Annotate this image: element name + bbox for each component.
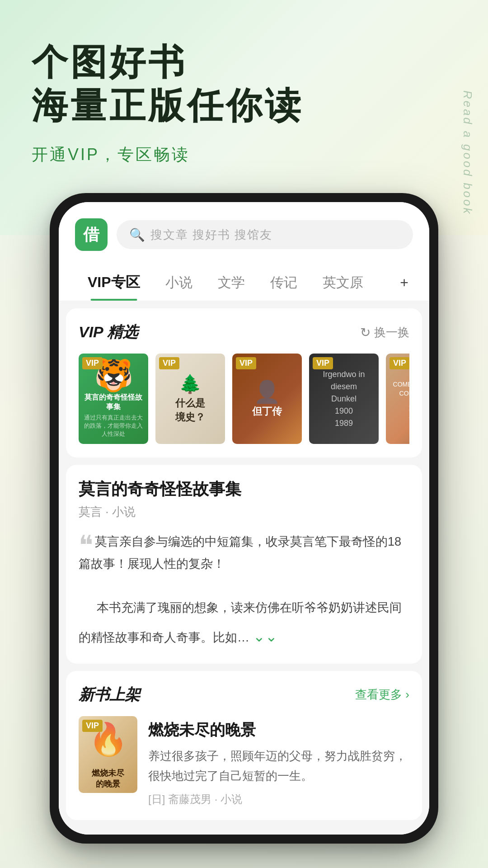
book-cover-5[interactable]: VIP COME VIAGGIARE CON UN SALE 如何带着三文旅行	[386, 354, 409, 444]
refresh-button[interactable]: ↻ 换一换	[360, 325, 409, 340]
refresh-icon: ↻	[360, 325, 371, 340]
new-books-section: 新书上架 查看更多 › VIP 🔥 燃烧未尽的晚景 燃烧未尽的晚景 养过很多孩子…	[66, 671, 422, 820]
vip-section-header: VIP 精选 ↻ 换一换	[79, 322, 409, 343]
app-logo[interactable]: 借	[75, 218, 108, 251]
vip-badge-3: VIP	[236, 357, 256, 369]
view-more-link[interactable]: 查看更多 ›	[355, 687, 409, 703]
book-cover-3[interactable]: VIP 👤 但丁传	[232, 354, 302, 444]
featured-book-author: 莫言 · 小说	[79, 504, 409, 520]
featured-book-section: 莫言的奇奇怪怪故事集 莫言 · 小说 ❝莫言亲自参与编选的中短篇集，收录莫言笔下…	[66, 465, 422, 664]
book-cover-4[interactable]: VIP Irgendwo in diesem Dunkel19001989	[309, 354, 379, 444]
vip-badge-2: VIP	[159, 357, 179, 369]
new-book-item-1[interactable]: VIP 🔥 燃烧未尽的晚景 燃烧未尽的晚景 养过很多孩子，照顾年迈的父母，努力战…	[79, 716, 409, 807]
search-icon: 🔍	[129, 227, 145, 242]
book4-title: Irgendwo in diesem Dunkel19001989	[314, 364, 374, 434]
book5-title-cn: 如何带着三文旅行	[409, 404, 409, 420]
new-books-title: 新书上架	[79, 684, 140, 705]
tab-novel[interactable]: 小说	[153, 265, 205, 300]
app-content: VIP 精选 ↻ 换一换 VIP 🐯 莫言的奇奇怪怪故事集	[59, 301, 429, 835]
hero-title: 个图好书 海量正版任你读	[32, 41, 456, 127]
refresh-label: 换一换	[374, 325, 409, 340]
new-book-info-1: 燃烧未尽的晚景 养过很多孩子，照顾年迈的父母，努力战胜贫穷，很快地过完了自己短暂…	[148, 716, 409, 807]
featured-book-desc2: 本书充满了瑰丽的想象，读来仿佛在听爷爷奶奶讲述民间的精怪故事和奇人奇事。比如…	[79, 601, 402, 645]
book3-portrait: 👤	[253, 379, 281, 405]
phone-mockup: 借 🔍 搜文章 搜好书 搜馆友 VIP专区 小说 文学 传记 英文原 +	[50, 193, 438, 844]
tab-biography[interactable]: 传记	[258, 265, 310, 300]
vip-badge-1: VIP	[82, 357, 103, 369]
new-book-title-on-cover: 燃烧未尽的晚景	[92, 768, 124, 789]
search-bar[interactable]: 🔍 搜文章 搜好书 搜馆友	[117, 220, 413, 249]
vip-section-title: VIP 精选	[79, 322, 138, 343]
new-books-header: 新书上架 查看更多 ›	[79, 684, 409, 705]
tab-literature[interactable]: 文学	[205, 265, 258, 300]
book2-tree-emoji: 🌲	[179, 373, 202, 395]
book5-title-en: COME VIAGGIARE CON UN SALE	[389, 377, 409, 401]
book-cover-2[interactable]: VIP 🌲 什么是境史？	[155, 354, 225, 444]
book3-title: 但丁传	[252, 405, 282, 418]
hero-subtitle: 开通VIP，专区畅读	[32, 144, 456, 166]
new-book-title-1: 燃烧未尽的晚景	[148, 720, 409, 741]
featured-book-desc: ❝莫言亲自参与编选的中短篇集，收录莫言笔下最奇怪的18篇故事！展现人性的复杂！ …	[79, 531, 409, 650]
book1-subtitle: 通过只有真正走出去大的跌落，才能带你走入人性深处	[82, 414, 145, 438]
tab-vip[interactable]: VIP专区	[75, 264, 153, 301]
book3-content: 👤 但丁传	[252, 354, 282, 444]
vip-section: VIP 精选 ↻ 换一换 VIP 🐯 莫言的奇奇怪怪故事集	[66, 308, 422, 458]
featured-book-title: 莫言的奇奇怪怪故事集	[79, 478, 409, 500]
expand-button[interactable]: ⌄⌄	[253, 624, 277, 650]
nav-tabs: VIP专区 小说 文学 传记 英文原 +	[59, 260, 429, 301]
new-book-desc-1: 养过很多孩子，照顾年迈的父母，努力战胜贫穷，很快地过完了自己短暂的一生。	[148, 746, 409, 786]
hero-section: 个图好书 海量正版任你读 开通VIP，专区畅读	[0, 0, 488, 166]
phone-inner-screen: 借 🔍 搜文章 搜好书 搜馆友 VIP专区 小说 文学 传记 英文原 +	[59, 202, 429, 835]
vip-books-row: VIP 🐯 莫言的奇奇怪怪故事集 通过只有真正走出去大的跌落，才能带你走入人性深…	[79, 354, 409, 444]
app-header: 借 🔍 搜文章 搜好书 搜馆友	[59, 202, 429, 260]
book2-title: 什么是境史？	[175, 396, 205, 425]
book1-title-overlay: 莫言的奇奇怪怪故事集	[82, 393, 145, 412]
nav-more-button[interactable]: +	[395, 266, 413, 299]
search-placeholder-text: 搜文章 搜好书 搜馆友	[150, 227, 272, 243]
new-book-cover-1: VIP 🔥 燃烧未尽的晚景	[79, 716, 137, 793]
book-cover-1[interactable]: VIP 🐯 莫言的奇奇怪怪故事集 通过只有真正走出去大的跌落，才能带你走入人性深…	[79, 354, 148, 444]
new-book-author-1: [日] 斋藤茂男 · 小说	[148, 792, 409, 807]
quote-mark-icon: ❝	[79, 530, 93, 561]
vip-badge-5: VIP	[389, 357, 409, 369]
new-book-fire-emoji: 🔥	[89, 721, 128, 758]
tab-english[interactable]: 英文原	[310, 265, 376, 300]
phone-outer-frame: 借 🔍 搜文章 搜好书 搜馆友 VIP专区 小说 文学 传记 英文原 +	[50, 193, 438, 844]
vip-badge-4: VIP	[313, 357, 333, 369]
app-logo-text: 借	[83, 224, 99, 246]
